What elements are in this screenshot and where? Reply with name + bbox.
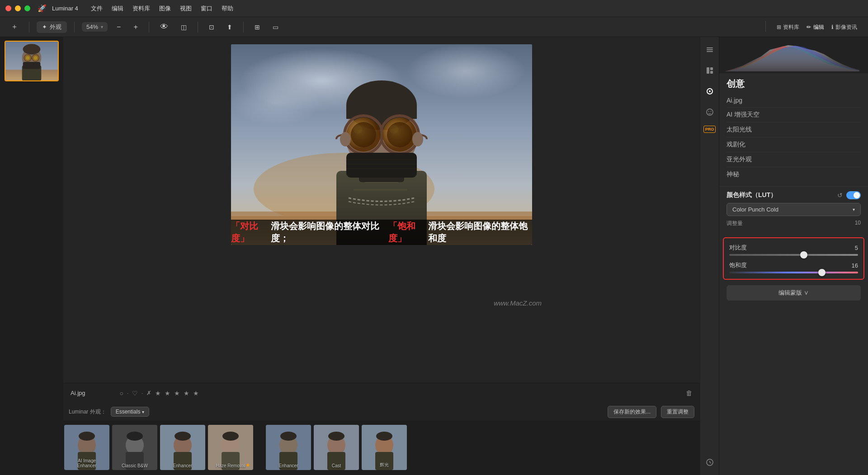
annotation-overlay: 「对比度」 滑块会影响图像的整体对比度； 「饱和度」 滑块会影响图像的整体饱和度 <box>231 220 532 245</box>
face-icon[interactable] <box>703 105 717 119</box>
item-mystery[interactable]: 神秘 <box>726 167 861 182</box>
lut-reset-icon[interactable]: ↺ <box>837 192 843 199</box>
save-effect-button[interactable]: 保存新的效果... <box>608 406 656 418</box>
lut-toggle[interactable] <box>846 191 861 199</box>
histogram <box>719 37 868 73</box>
filmstrip-thumbnail[interactable] <box>5 41 59 81</box>
zoom-in-button[interactable]: + <box>130 21 141 33</box>
add-button[interactable]: ＋ <box>7 20 22 33</box>
grid-button[interactable]: ⊞ <box>251 22 264 33</box>
eye-icon-button[interactable]: 👁 <box>156 20 172 33</box>
lut-dropdown[interactable]: Color Punch Cold ▾ <box>726 203 861 216</box>
trash-icon[interactable]: 🗑 <box>686 389 693 397</box>
bottom-thumb-7[interactable]: 辉光 <box>362 425 407 470</box>
svg-point-68 <box>376 432 392 441</box>
edit-tab[interactable]: ✏ 编辑 <box>803 21 827 33</box>
divider6 <box>765 21 766 32</box>
share-button[interactable]: ⬆ <box>223 22 236 33</box>
dot-separator: · <box>127 390 128 396</box>
annotation-saturation-label: 「饱和度」 <box>388 220 428 245</box>
look-bar: Luminar 外观： Essentials ▾ 保存新的效果... 重置调整 <box>63 403 700 421</box>
svg-point-76 <box>709 90 711 92</box>
menu-view[interactable]: 视图 <box>176 4 195 14</box>
bottom-thumb-4[interactable]: Haze Removal ★ <box>208 425 253 470</box>
star5[interactable]: ★ <box>193 390 199 397</box>
svg-rect-72 <box>707 67 709 74</box>
edit-icon[interactable] <box>703 84 717 99</box>
menu-file[interactable]: 文件 <box>87 4 106 14</box>
svg-point-52 <box>175 432 191 441</box>
menu-image[interactable]: 图像 <box>156 4 175 14</box>
library-icon[interactable]: ⊞ 资料库 <box>773 21 803 33</box>
menu-help[interactable]: 帮助 <box>218 4 237 14</box>
star4[interactable]: ★ <box>184 390 189 397</box>
maximize-button[interactable] <box>24 5 30 11</box>
zoom-out-button[interactable]: − <box>113 21 124 33</box>
reject-icon[interactable]: ✗ <box>146 390 151 396</box>
item-sunrays[interactable]: 太阳光线 <box>726 122 861 137</box>
look-button[interactable]: ✦ 外观 <box>37 21 67 33</box>
clock-icon[interactable] <box>703 455 717 470</box>
circle-icon[interactable]: ○ <box>120 390 123 397</box>
look-dropdown[interactable]: Essentials ▾ <box>111 407 150 417</box>
monitor-button[interactable]: ▭ <box>269 22 282 33</box>
bottom-thumb-2[interactable]: Classic B&W <box>112 425 157 470</box>
crop-button[interactable]: ⊡ <box>205 22 218 33</box>
zoom-control: 54% ▾ <box>82 22 108 32</box>
menu-window[interactable]: 窗口 <box>197 4 216 14</box>
lut-section: 颜色样式（LUT） ↺ Color Punch Cold ▾ 调整量 10 <box>719 186 868 237</box>
bottom-thumb-5[interactable]: Enhancer <box>266 425 311 470</box>
contrast-slider[interactable] <box>729 254 858 256</box>
bottom-thumb-1[interactable]: AI ImageEnhancer <box>64 425 109 470</box>
lut-value: Color Punch Cold <box>732 206 778 213</box>
svg-line-82 <box>710 462 711 463</box>
lut-chevron: ▾ <box>853 207 855 212</box>
svg-point-10 <box>23 44 41 54</box>
traffic-lights <box>5 5 30 11</box>
info-tab[interactable]: ℹ 影像资讯 <box>828 21 861 33</box>
item-ai-sky[interactable]: AI 增强天空 <box>726 108 861 122</box>
star1[interactable]: ★ <box>155 390 161 397</box>
view-tabs: ⊞ 资料库 ✏ 编辑 ℹ 影像资讯 <box>764 21 861 33</box>
compare-button[interactable]: ◫ <box>177 22 190 33</box>
divider3 <box>149 22 149 33</box>
contrast-thumb[interactable] <box>800 251 807 259</box>
menu-library[interactable]: 资料库 <box>129 4 154 14</box>
item-matte[interactable]: 亚光外观 <box>726 152 861 167</box>
look-dropdown-chevron: ▾ <box>142 409 144 414</box>
menu-edit[interactable]: 编辑 <box>108 4 127 14</box>
thumb-label-2: Classic B&W <box>112 463 157 468</box>
edit-mask-button[interactable]: 编辑蒙版 ∨ <box>726 285 861 301</box>
right-panel: 创意 Ai.jpg AI 增强天空 太阳光线 戏剧化 亚光外观 神秘 颜色样式（… <box>719 37 868 475</box>
reset-button[interactable]: 重置调整 <box>661 406 694 418</box>
close-button[interactable] <box>5 5 11 11</box>
lut-header: 颜色样式（LUT） ↺ <box>726 191 861 199</box>
saturation-value: 16 <box>852 262 858 269</box>
pro-badge[interactable]: PRO <box>703 126 716 133</box>
app-icon: 🚀 <box>38 4 47 13</box>
look-icon: ✦ <box>42 24 47 30</box>
amount-label: 调整量 <box>726 220 743 227</box>
divider1 <box>29 22 29 33</box>
heart-icon[interactable]: ♡ <box>132 390 138 397</box>
section-title: 创意 <box>726 78 861 90</box>
layers-icon[interactable] <box>703 42 717 57</box>
svg-point-77 <box>707 109 713 115</box>
panel-icon[interactable] <box>703 63 717 78</box>
svg-point-44 <box>79 432 95 441</box>
minimize-button[interactable] <box>15 5 21 11</box>
lut-title: 颜色样式（LUT） <box>726 191 777 199</box>
edit-tab-label: 编辑 <box>813 24 824 30</box>
item-drama[interactable]: 戏剧化 <box>726 137 861 152</box>
item-ai-jpg[interactable]: Ai.jpg <box>726 94 861 108</box>
thumb-label-7: 辉光 <box>362 462 407 468</box>
star3[interactable]: ★ <box>174 390 180 397</box>
zoom-value: 54% <box>86 24 98 30</box>
bottom-thumb-3[interactable]: Enhancer <box>160 425 205 470</box>
svg-point-14 <box>231 80 321 126</box>
saturation-slider[interactable] <box>729 272 858 273</box>
bottom-thumb-6[interactable]: Cast <box>314 425 359 470</box>
star2[interactable]: ★ <box>165 390 170 397</box>
saturation-thumb[interactable] <box>818 269 826 276</box>
svg-point-48 <box>127 432 143 441</box>
